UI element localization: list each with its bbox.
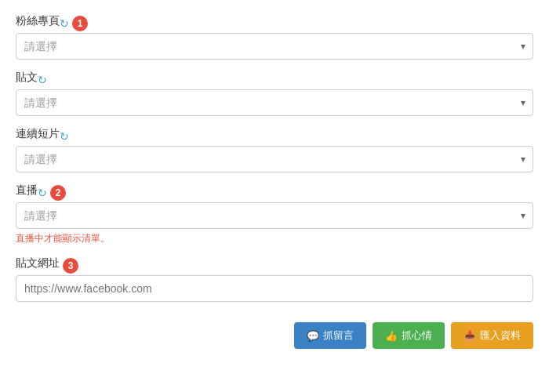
fan-page-label: 粉絲專頁 (16, 14, 60, 28)
post-select-wrapper: 請選擇 (16, 89, 533, 116)
grab-comment-label: 抓留言 (323, 328, 354, 343)
post-url-input[interactable] (16, 275, 533, 302)
post-refresh-icon[interactable]: ↻ (38, 74, 47, 86)
post-url-badge: 3 (63, 258, 78, 274)
import-icon: 📥 (464, 330, 476, 342)
post-label-row: 貼文 ↻ (16, 71, 533, 89)
import-data-button[interactable]: 📥 匯入資料 (451, 322, 533, 349)
reel-select[interactable]: 請選擇 (16, 146, 533, 172)
fan-page-label-row: 粉絲專頁 ↻ 1 (16, 14, 533, 33)
reel-label-row: 連續短片 ↻ (16, 127, 533, 146)
fan-page-group: 粉絲專頁 ↻ 1 請選擇 (16, 14, 533, 60)
footer-buttons: 💬 抓留言 👍 抓心情 📥 匯入資料 (16, 314, 533, 349)
reel-refresh-icon[interactable]: ↻ (60, 130, 69, 143)
reel-group: 連續短片 ↻ 請選擇 (16, 127, 533, 172)
fan-page-select-wrapper: 請選擇 (16, 33, 533, 60)
main-container: 粉絲專頁 ↻ 1 請選擇 貼文 ↻ 請選擇 連續短片 ↻ 請選擇 (0, 0, 549, 363)
post-url-label: 貼文網址 (16, 256, 60, 270)
reel-label: 連續短片 (16, 127, 60, 141)
live-label: 直播 (16, 183, 38, 198)
post-label: 貼文 (16, 71, 38, 85)
reaction-icon: 👍 (385, 330, 398, 342)
grab-comment-button[interactable]: 💬 抓留言 (294, 322, 366, 349)
post-url-label-row: 貼文網址 3 (16, 256, 533, 275)
post-group: 貼文 ↻ 請選擇 (16, 71, 533, 116)
live-hint: 直播中才能顯示清單。 (16, 232, 533, 245)
live-group: 直播 ↻ 2 請選擇 直播中才能顯示清單。 (16, 183, 533, 245)
fan-page-badge: 1 (72, 16, 88, 31)
fan-page-refresh-icon[interactable]: ↻ (60, 17, 69, 30)
grab-reaction-button[interactable]: 👍 抓心情 (373, 322, 445, 349)
reel-select-wrapper: 請選擇 (16, 146, 533, 172)
comment-icon: 💬 (307, 330, 319, 342)
grab-reaction-label: 抓心情 (402, 328, 432, 343)
post-url-group: 貼文網址 3 (16, 256, 533, 302)
live-label-row: 直播 ↻ 2 (16, 183, 533, 202)
live-select[interactable]: 請選擇 (16, 202, 533, 229)
import-data-label: 匯入資料 (480, 328, 521, 343)
live-badge: 2 (50, 185, 66, 201)
post-select[interactable]: 請選擇 (16, 89, 533, 116)
fan-page-select[interactable]: 請選擇 (16, 33, 533, 60)
live-refresh-icon[interactable]: ↻ (38, 187, 47, 199)
live-select-wrapper: 請選擇 (16, 202, 533, 229)
